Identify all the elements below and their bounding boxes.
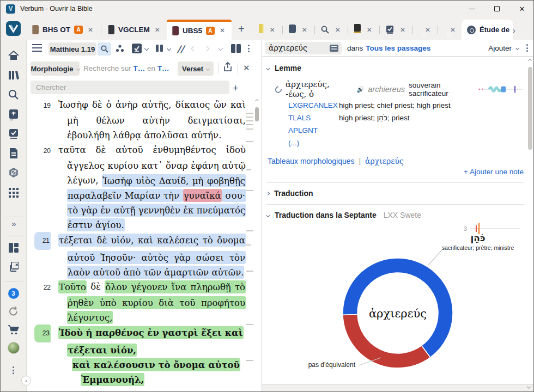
- verse-number[interactable]: 20: [34, 144, 51, 158]
- scope-link-1[interactable]: T…: [134, 64, 145, 72]
- tableaux-morphologiques-link[interactable]: Tableaux morphologiques: [268, 157, 355, 166]
- close-tab-icon[interactable]: ✕: [87, 26, 94, 34]
- scope-all-passages-link[interactable]: Tous les passages: [366, 44, 430, 52]
- verse-19[interactable]: 19Ἰωσὴφ δὲ ὁ ἀνὴρ αὐτῆς, δίκαιος ὢν καὶ …: [27, 97, 246, 143]
- donut-slice[interactable]: [343, 315, 430, 368]
- forward-icon[interactable]: [204, 46, 210, 52]
- add-note-link[interactable]: + Ajouter une note: [464, 168, 524, 176]
- columns-chevron[interactable]: [167, 46, 171, 51]
- close-tab-icon[interactable]: ✕: [366, 26, 373, 34]
- verse-21[interactable]: 21τέξεται δὲ υἱόν, καὶ καλέσεις τὸ ὄνομα…: [27, 232, 246, 279]
- add-search-icon[interactable]: +: [233, 83, 239, 94]
- lemma-headword[interactable]: ἀρχιερεύς, -έως, ὁ: [286, 79, 353, 99]
- close-tab-icon[interactable]: ✕: [399, 26, 406, 34]
- workflow-check-icon[interactable]: [1, 129, 26, 139]
- verse-text-line[interactable]: καὶ καλέσουσιν τὸ ὄνομα αὐτοῦ: [72, 357, 246, 372]
- close-window-button[interactable]: ✕: [509, 1, 534, 17]
- tab-bhs-ot[interactable]: BHS OTA✕: [27, 20, 100, 40]
- close-tab-icon[interactable]: ✕: [219, 27, 226, 34]
- chevron-down-icon[interactable]: [266, 66, 270, 70]
- lexicon-abbrev-link[interactable]: TLALS: [288, 114, 339, 122]
- visual-filters-chevron[interactable]: [144, 46, 149, 51]
- search-mode-dropdown[interactable]: Morphologie: [31, 62, 80, 76]
- lexicon-abbrev-link[interactable]: (...): [288, 139, 339, 147]
- verse-text-line[interactable]: ὅ ἐστιν μεθερμηνευόμενον Μεθ᾽ ἡμῶν ὁ θεό…: [28, 391, 246, 391]
- close-tab-icon[interactable]: ✕: [424, 26, 432, 34]
- tab-guide[interactable]: ✕: [439, 20, 462, 40]
- close-tab-icon[interactable]: ✕: [154, 26, 161, 34]
- reference-box[interactable]: Matthieu 1.19: [48, 42, 96, 56]
- septuagint-donut-chart[interactable]: 3כֹּהֵןsacrificateur; prêtre; ministrepa…: [266, 222, 524, 384]
- verse-22[interactable]: 22Τοῦτο δὲ ὅλον γέγονεν ἵνα πληρωθῇ τὸ ῥ…: [27, 279, 246, 324]
- visual-filters-icon[interactable]: [132, 44, 142, 53]
- tab-overflow-button[interactable]: ›: [513, 26, 517, 40]
- study-query-box[interactable]: ἀρχιερεύς: [265, 42, 342, 54]
- bible-scrollbar[interactable]: [254, 99, 259, 389]
- tab-vgclem[interactable]: VGCLEM✕: [102, 20, 167, 40]
- people-graph-icon[interactable]: [116, 44, 125, 53]
- ajouter-button[interactable]: Ajouter: [488, 44, 512, 52]
- verse-text-line[interactable]: Ἐμμανουήλ,: [81, 372, 246, 387]
- search-icon[interactable]: [98, 42, 111, 56]
- tab-journal[interactable]: ✕: [254, 20, 281, 40]
- scroll-down-icon[interactable]: [527, 385, 531, 389]
- columns-icon[interactable]: [155, 44, 163, 52]
- study-kebab-menu[interactable]: [526, 44, 528, 52]
- verse-number[interactable]: 19: [34, 99, 51, 113]
- new-tab-button[interactable]: +: [232, 23, 251, 40]
- document-icon[interactable]: [1, 148, 26, 158]
- verse-20[interactable]: 20ταῦτα δὲ αὐτοῦ ἐνθυμηθέντος ἰδοὺ ἄγγελ…: [27, 143, 246, 232]
- panel-menu-icon[interactable]: [32, 44, 42, 52]
- tab-search[interactable]: ✕: [316, 20, 347, 40]
- word-list-icon[interactable]: [330, 45, 338, 52]
- back-icon[interactable]: [191, 46, 197, 52]
- study-scrollbar-thumb[interactable]: [528, 67, 532, 150]
- split-view-icon[interactable]: [231, 44, 241, 53]
- lexicon-abbrev-link[interactable]: APLGNT: [288, 126, 339, 134]
- close-panels-icon[interactable]: [1, 262, 26, 272]
- section-lemme[interactable]: Lemme: [266, 64, 524, 72]
- verse-number[interactable]: 22: [34, 280, 51, 295]
- verse-number[interactable]: 21: [34, 232, 51, 250]
- cart-icon[interactable]: [1, 325, 26, 335]
- minimize-button[interactable]: [459, 1, 484, 17]
- close-tab-icon[interactable]: ✕: [301, 26, 308, 34]
- verse-number[interactable]: 23: [34, 324, 51, 342]
- section-septante[interactable]: Traduction dans la Septante LXX Swete: [266, 211, 524, 219]
- study-scrollbar[interactable]: [527, 59, 533, 382]
- tab-ubs5[interactable]: UBS5A✕: [167, 20, 232, 40]
- speaker-icon[interactable]: 🔊: [357, 86, 365, 93]
- notifications-badge[interactable]: 3: [1, 288, 26, 299]
- close-tab-icon[interactable]: ✕: [269, 26, 276, 34]
- close-tab-icon[interactable]: ✕: [334, 26, 342, 34]
- tab-checkbook[interactable]: ✕: [381, 20, 411, 40]
- library-icon[interactable]: [1, 70, 26, 80]
- tab-etude[interactable]: Étude de: [462, 20, 513, 40]
- scope-link-2[interactable]: T…: [157, 64, 169, 72]
- ajouter-chevron[interactable]: [515, 46, 519, 50]
- tab-book-dark[interactable]: ✕: [349, 20, 378, 40]
- bible-scrollbar-thumb[interactable]: [255, 107, 259, 121]
- section-traduction[interactable]: Traduction: [266, 189, 524, 198]
- bible-icon[interactable]: [1, 109, 26, 120]
- user-avatar[interactable]: [1, 342, 26, 354]
- chevron-down-icon[interactable]: [266, 213, 270, 217]
- tab-guide[interactable]: ✕: [414, 20, 436, 40]
- layout-icon[interactable]: [1, 243, 26, 253]
- home-icon[interactable]: [1, 51, 26, 60]
- chevron-right-icon[interactable]: [266, 191, 270, 195]
- verbum-home-logo[interactable]: [6, 21, 21, 36]
- search-icon[interactable]: [1, 89, 26, 100]
- atlas-compass-icon[interactable]: [1, 168, 26, 177]
- maximize-button[interactable]: [484, 1, 509, 17]
- parallel-resources-icon[interactable]: //: [177, 44, 184, 54]
- history-chevron[interactable]: [219, 46, 223, 51]
- sync-icon[interactable]: [1, 307, 26, 316]
- close-tab-icon[interactable]: ✕: [449, 26, 457, 34]
- apps-grid-icon[interactable]: [1, 188, 26, 198]
- find-input[interactable]: [31, 81, 229, 94]
- lexicon-abbrev-link[interactable]: LXGRCANLEX: [288, 101, 339, 109]
- share-icon[interactable]: [223, 62, 232, 72]
- rail-kebab-menu[interactable]: [1, 366, 26, 374]
- tab-shield[interactable]: ✕: [284, 20, 313, 40]
